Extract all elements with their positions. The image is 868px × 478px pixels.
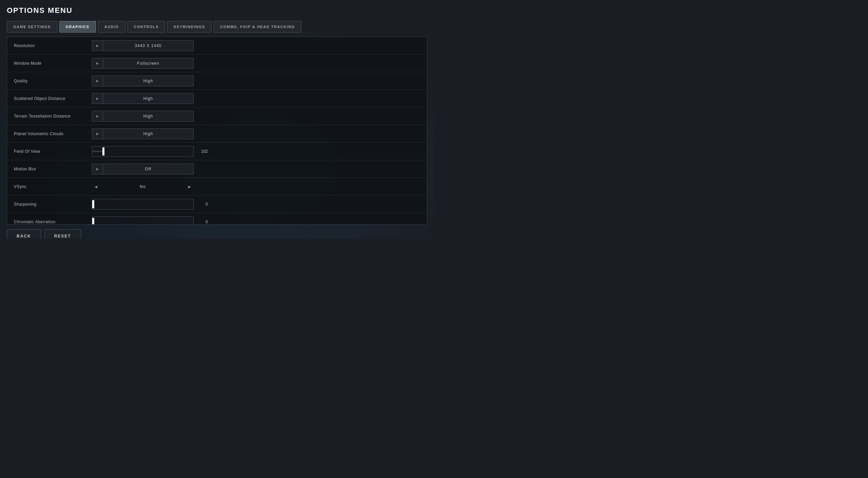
vsync-control: ◄ No ►: [92, 181, 200, 192]
scattered-object-distance-dropdown[interactable]: ► High: [92, 93, 194, 104]
resolution-control: ► 3440 X 1440: [92, 40, 200, 51]
vsync-label: VSync: [14, 184, 92, 189]
window-mode-value: Fullscreen: [103, 61, 193, 66]
tab-keybindings[interactable]: KEYBINDINGS: [167, 21, 212, 33]
planet-volumetric-clouds-dropdown[interactable]: ► High: [92, 128, 194, 139]
setting-row-field-of-view: Field Of View 102: [7, 143, 427, 160]
terrain-tessellation-distance-dropdown[interactable]: ► High: [92, 111, 194, 122]
window-mode-arrow-icon: ►: [92, 58, 103, 69]
tab-graphics[interactable]: GRAPHICS: [59, 21, 96, 33]
chromatic-aberration-control: 0: [92, 216, 208, 225]
setting-row-window-mode: Window Mode ► Fullscreen: [7, 55, 427, 72]
resolution-arrow-icon: ►: [92, 40, 103, 51]
quality-arrow-icon: ►: [92, 76, 103, 86]
motion-blur-control: ► Off: [92, 164, 200, 174]
scattered-object-distance-control: ► High: [92, 93, 200, 104]
window-mode-dropdown[interactable]: ► Fullscreen: [92, 58, 194, 69]
quality-value: High: [103, 79, 193, 83]
setting-row-resolution: Resolution ► 3440 X 1440: [7, 37, 427, 55]
sharpening-control: 0: [92, 199, 208, 210]
settings-panel: Resolution ► 3440 X 1440 Window Mode ► F…: [7, 37, 427, 225]
field-of-view-value: 102: [198, 149, 208, 154]
resolution-value: 3440 X 1440: [103, 43, 193, 48]
vsync-toggle: ◄ No ►: [92, 181, 194, 192]
terrain-tessellation-distance-value: High: [103, 114, 193, 119]
terrain-tessellation-distance-control: ► High: [92, 111, 200, 122]
window-mode-control: ► Fullscreen: [92, 58, 200, 69]
setting-row-quality: Quality ► High: [7, 72, 427, 90]
field-of-view-label: Field Of View: [14, 149, 92, 154]
planet-volumetric-clouds-label: Planet Volumetric Clouds: [14, 131, 92, 136]
quality-control: ► High: [92, 76, 200, 86]
vsync-right-arrow-icon[interactable]: ►: [185, 183, 194, 191]
setting-row-vsync: VSync ◄ No ►: [7, 178, 427, 195]
resolution-label: Resolution: [14, 43, 92, 48]
setting-row-motion-blur: Motion Blur ► Off: [7, 160, 427, 178]
back-button[interactable]: BACK: [7, 229, 41, 239]
chromatic-aberration-value: 0: [198, 220, 208, 224]
setting-row-planet-volumetric-clouds: Planet Volumetric Clouds ► High: [7, 125, 427, 143]
chromatic-aberration-slider[interactable]: [92, 216, 194, 225]
setting-row-chromatic-aberration: Chromatic Aberration 0: [7, 213, 427, 225]
quality-dropdown[interactable]: ► High: [92, 76, 194, 86]
planet-volumetric-clouds-control: ► High: [92, 128, 200, 139]
vsync-left-arrow-icon[interactable]: ◄: [92, 183, 100, 191]
quality-label: Quality: [14, 79, 92, 83]
terrain-tessellation-distance-arrow-icon: ►: [92, 111, 103, 122]
sharpening-label: Sharpening: [14, 202, 92, 207]
planet-volumetric-clouds-value: High: [103, 131, 193, 136]
field-of-view-control: 102: [92, 146, 208, 157]
sharpening-slider[interactable]: [92, 199, 194, 210]
terrain-tessellation-distance-label: Terrain Tessellation Distance: [14, 114, 92, 119]
bottom-bar: BACK RESET: [7, 229, 427, 239]
vsync-value: No: [100, 184, 185, 189]
setting-row-scattered-object-distance: Scattered Object Distance ► High: [7, 90, 427, 107]
motion-blur-arrow-icon: ►: [92, 164, 103, 174]
page-title: OPTIONS MENU: [7, 6, 427, 15]
sharpening-value: 0: [198, 202, 208, 207]
tabs-bar: GAME SETTINGS GRAPHICS AUDIO CONTROLS KE…: [7, 21, 427, 33]
tab-comms[interactable]: COMMS, FOIP & HEAD TRACKING: [214, 21, 301, 33]
planet-volumetric-clouds-arrow-icon: ►: [92, 128, 103, 139]
resolution-dropdown[interactable]: ► 3440 X 1440: [92, 40, 194, 51]
scattered-object-distance-label: Scattered Object Distance: [14, 96, 92, 101]
reset-button[interactable]: RESET: [44, 229, 81, 239]
tab-audio[interactable]: AUDIO: [98, 21, 125, 33]
scattered-object-distance-arrow-icon: ►: [92, 93, 103, 104]
setting-row-sharpening: Sharpening 0: [7, 195, 427, 213]
tab-game-settings[interactable]: GAME SETTINGS: [7, 21, 57, 33]
motion-blur-value: Off: [103, 167, 193, 171]
field-of-view-slider[interactable]: [92, 146, 194, 157]
window-mode-label: Window Mode: [14, 61, 92, 66]
tab-controls[interactable]: CONTROLS: [127, 21, 165, 33]
motion-blur-label: Motion Blur: [14, 167, 92, 171]
chromatic-aberration-label: Chromatic Aberration: [14, 220, 92, 224]
motion-blur-dropdown[interactable]: ► Off: [92, 164, 194, 174]
setting-row-terrain-tessellation-distance: Terrain Tessellation Distance ► High: [7, 107, 427, 125]
scattered-object-distance-value: High: [103, 96, 193, 101]
